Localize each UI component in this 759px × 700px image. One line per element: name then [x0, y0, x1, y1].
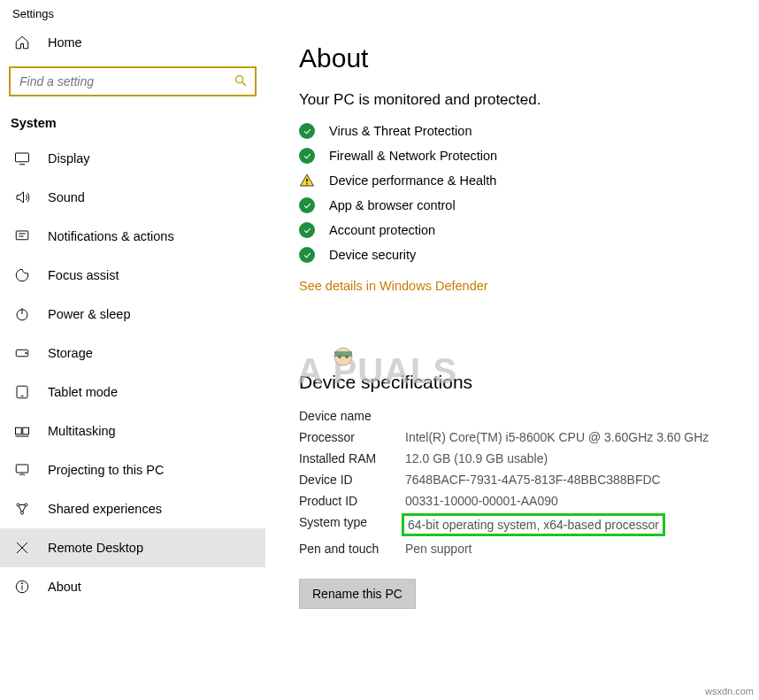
check-icon: [299, 222, 315, 238]
spec-label: Pen and touch: [299, 542, 405, 556]
spec-value: 00331-10000-00001-AA090: [405, 494, 734, 508]
spec-label: System type: [299, 515, 405, 535]
sidebar-item-label: Power & sleep: [48, 307, 131, 321]
spec-value: 12.0 GB (10.9 GB usable): [405, 451, 734, 465]
spec-label: Installed RAM: [299, 451, 405, 465]
svg-rect-4: [16, 231, 28, 240]
sidebar-item-label: Focus assist: [48, 268, 119, 282]
home-icon: [14, 35, 30, 50]
sidebar-item-label: Projecting to this PC: [48, 463, 164, 477]
status-label: Virus & Threat Protection: [329, 124, 472, 138]
warning-icon: [299, 173, 315, 188]
spec-label: Product ID: [299, 494, 405, 508]
status-device-security: Device security: [299, 247, 734, 263]
tablet-icon: [14, 384, 30, 400]
sidebar-item-label: Multitasking: [48, 424, 116, 438]
sidebar-item-focus-assist[interactable]: Focus assist: [0, 256, 265, 295]
spec-value: Pen support: [405, 542, 734, 556]
spec-row-device-name: Device name: [299, 409, 734, 423]
sidebar: Home System Display Sound Notifications …: [0, 24, 265, 699]
sidebar-item-multitasking[interactable]: Multitasking: [0, 412, 265, 450]
sidebar-item-notifications[interactable]: Notifications & actions: [0, 217, 265, 256]
home-label: Home: [48, 35, 82, 50]
shared-icon: [14, 501, 30, 517]
remote-desktop-icon: [14, 540, 30, 556]
status-app-browser: App & browser control: [299, 197, 734, 213]
multitasking-icon: [14, 423, 30, 439]
sidebar-item-label: Sound: [48, 190, 85, 204]
svg-rect-14: [23, 427, 29, 435]
spec-row-device-id: Device ID 7648BACF-7931-4A75-813F-48BBC3…: [299, 473, 734, 487]
status-device-performance: Device performance & Health: [299, 173, 734, 188]
svg-rect-27: [334, 351, 352, 357]
status-label: App & browser control: [329, 198, 456, 212]
main-panel: About Your PC is monitored and protected…: [265, 24, 759, 699]
sidebar-item-label: Tablet mode: [48, 385, 118, 399]
sidebar-item-tablet-mode[interactable]: Tablet mode: [0, 373, 265, 412]
spec-value: Intel(R) Core(TM) i5-8600K CPU @ 3.60GHz…: [405, 430, 734, 444]
spec-row-processor: Processor Intel(R) Core(TM) i5-8600K CPU…: [299, 430, 734, 444]
spec-label: Processor: [299, 430, 405, 444]
search-input[interactable]: [9, 66, 257, 96]
svg-point-28: [338, 355, 341, 358]
status-label: Firewall & Network Protection: [329, 149, 497, 163]
svg-point-18: [25, 504, 27, 506]
svg-point-17: [17, 504, 19, 506]
sound-icon: [14, 189, 30, 205]
svg-point-10: [26, 352, 27, 354]
spec-row-system-type: System type 64-bit operating system, x64…: [299, 515, 734, 535]
check-icon: [299, 123, 315, 139]
spec-value: 64-bit operating system, x64-based proce…: [405, 515, 734, 535]
sidebar-item-remote-desktop[interactable]: Remote Desktop: [0, 528, 265, 567]
sidebar-item-label: Remote Desktop: [48, 541, 143, 555]
display-icon: [14, 150, 30, 166]
sidebar-item-label: About: [48, 580, 81, 594]
sidebar-item-projecting[interactable]: Projecting to this PC: [0, 450, 265, 489]
sidebar-item-power-sleep[interactable]: Power & sleep: [0, 295, 265, 334]
svg-point-19: [21, 512, 24, 514]
about-icon: [14, 579, 30, 595]
rename-pc-button[interactable]: Rename this PC: [299, 579, 416, 609]
spec-row-ram: Installed RAM 12.0 GB (10.9 GB usable): [299, 451, 734, 465]
protection-status-list: Virus & Threat Protection Firewall & Net…: [299, 123, 734, 263]
spec-row-pen-touch: Pen and touch Pen support: [299, 542, 734, 556]
status-label: Device security: [329, 248, 416, 262]
check-icon: [299, 197, 315, 213]
sidebar-item-sound[interactable]: Sound: [0, 178, 265, 217]
device-spec-table: Device name Processor Intel(R) Core(TM) …: [299, 409, 734, 556]
defender-link[interactable]: See details in Windows Defender: [299, 279, 488, 293]
svg-rect-16: [16, 465, 28, 473]
projecting-icon: [14, 462, 30, 478]
spec-label: Device name: [299, 409, 405, 423]
spec-row-product-id: Product ID 00331-10000-00001-AA090: [299, 494, 734, 508]
status-firewall: Firewall & Network Protection: [299, 148, 734, 164]
home-nav[interactable]: Home: [0, 24, 265, 61]
spec-value: [405, 409, 734, 423]
spec-value: 7648BACF-7931-4A75-813F-48BBC388BFDC: [405, 473, 734, 487]
sidebar-item-about[interactable]: About: [0, 567, 265, 606]
sidebar-item-label: Notifications & actions: [48, 229, 174, 243]
sidebar-item-label: Display: [48, 151, 90, 165]
focus-assist-icon: [14, 267, 30, 283]
device-spec-heading: Device specifications: [299, 372, 734, 393]
storage-icon: [14, 345, 30, 361]
sidebar-item-display[interactable]: Display: [0, 139, 265, 178]
svg-point-26: [334, 348, 352, 365]
status-virus-threat: Virus & Threat Protection: [299, 123, 734, 139]
check-icon: [299, 148, 315, 164]
status-label: Account protection: [329, 223, 435, 237]
power-icon: [14, 306, 30, 322]
status-label: Device performance & Health: [329, 173, 496, 188]
sidebar-item-storage[interactable]: Storage: [0, 334, 265, 373]
svg-rect-13: [16, 427, 22, 435]
sidebar-item-shared-experiences[interactable]: Shared experiences: [0, 489, 265, 528]
svg-point-25: [306, 183, 308, 185]
source-watermark: wsxdn.com: [705, 686, 754, 696]
notifications-icon: [14, 228, 30, 244]
status-account-protection: Account protection: [299, 222, 734, 238]
check-icon: [299, 247, 315, 263]
svg-rect-2: [16, 153, 29, 162]
protection-subtitle: Your PC is monitored and protected.: [299, 91, 734, 109]
svg-point-29: [345, 355, 349, 358]
search-container: [9, 66, 257, 96]
